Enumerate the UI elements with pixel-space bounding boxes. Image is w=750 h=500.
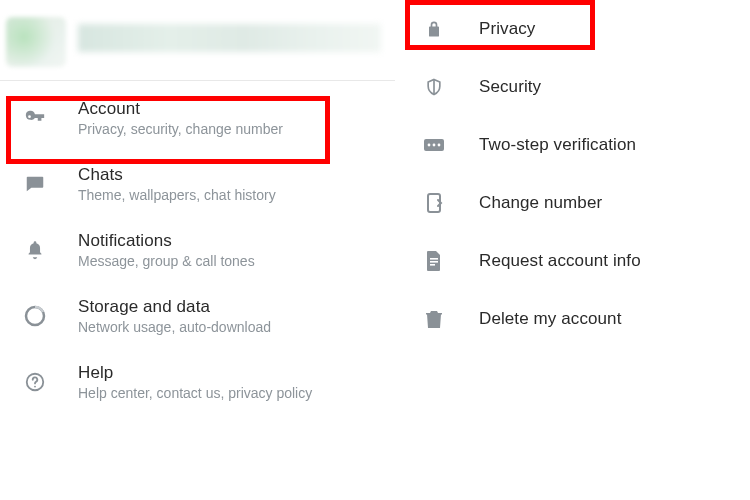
svg-point-2 bbox=[34, 386, 36, 388]
settings-item-subtitle: Network usage, auto-download bbox=[78, 319, 377, 335]
settings-item-subtitle: Theme, wallpapers, chat history bbox=[78, 187, 377, 203]
help-icon bbox=[22, 369, 48, 395]
settings-item-title: Account bbox=[78, 99, 377, 119]
account-item-title: Two-step verification bbox=[479, 135, 732, 155]
phone-swap-icon bbox=[421, 190, 447, 216]
account-item-two-step[interactable]: Two-step verification bbox=[395, 116, 750, 174]
account-item-title: Request account info bbox=[479, 251, 732, 271]
account-item-title: Delete my account bbox=[479, 309, 732, 329]
key-icon bbox=[22, 105, 48, 131]
svg-rect-8 bbox=[430, 258, 438, 260]
account-item-change-number[interactable]: Change number bbox=[395, 174, 750, 232]
account-screen: Privacy Security bbox=[395, 0, 750, 500]
settings-item-chats[interactable]: Chats Theme, wallpapers, chat history bbox=[0, 151, 395, 217]
data-usage-icon bbox=[22, 303, 48, 329]
svg-point-6 bbox=[438, 144, 441, 147]
svg-rect-7 bbox=[428, 194, 440, 212]
svg-point-5 bbox=[433, 144, 436, 147]
settings-item-subtitle: Message, group & call tones bbox=[78, 253, 377, 269]
bell-icon bbox=[22, 237, 48, 263]
account-list: Privacy Security bbox=[395, 0, 750, 348]
settings-item-notifications[interactable]: Notifications Message, group & call tone… bbox=[0, 217, 395, 283]
settings-item-title: Notifications bbox=[78, 231, 377, 251]
account-item-privacy[interactable]: Privacy bbox=[395, 0, 750, 58]
settings-list: Account Privacy, security, change number… bbox=[0, 85, 395, 415]
settings-item-storage[interactable]: Storage and data Network usage, auto-dow… bbox=[0, 283, 395, 349]
chat-icon bbox=[22, 171, 48, 197]
divider bbox=[0, 80, 395, 81]
avatar bbox=[6, 17, 66, 67]
pin-icon bbox=[421, 132, 447, 158]
account-item-security[interactable]: Security bbox=[395, 58, 750, 116]
account-item-title: Privacy bbox=[479, 19, 732, 39]
account-item-request-info[interactable]: Request account info bbox=[395, 232, 750, 290]
profile-header[interactable] bbox=[0, 0, 395, 80]
settings-item-subtitle: Privacy, security, change number bbox=[78, 121, 377, 137]
settings-item-subtitle: Help center, contact us, privacy policy bbox=[78, 385, 377, 401]
account-item-delete-account[interactable]: Delete my account bbox=[395, 290, 750, 348]
settings-item-account[interactable]: Account Privacy, security, change number bbox=[0, 85, 395, 151]
settings-screen: Account Privacy, security, change number… bbox=[0, 0, 395, 500]
svg-rect-10 bbox=[430, 264, 435, 266]
lock-icon bbox=[421, 16, 447, 42]
settings-item-title: Chats bbox=[78, 165, 377, 185]
svg-point-4 bbox=[428, 144, 431, 147]
account-item-title: Change number bbox=[479, 193, 732, 213]
settings-item-help[interactable]: Help Help center, contact us, privacy po… bbox=[0, 349, 395, 415]
account-item-title: Security bbox=[479, 77, 732, 97]
profile-name-redacted bbox=[78, 24, 381, 52]
settings-item-title: Help bbox=[78, 363, 377, 383]
document-icon bbox=[421, 248, 447, 274]
shield-icon bbox=[421, 74, 447, 100]
svg-rect-9 bbox=[430, 261, 438, 263]
settings-item-title: Storage and data bbox=[78, 297, 377, 317]
trash-icon bbox=[421, 306, 447, 332]
